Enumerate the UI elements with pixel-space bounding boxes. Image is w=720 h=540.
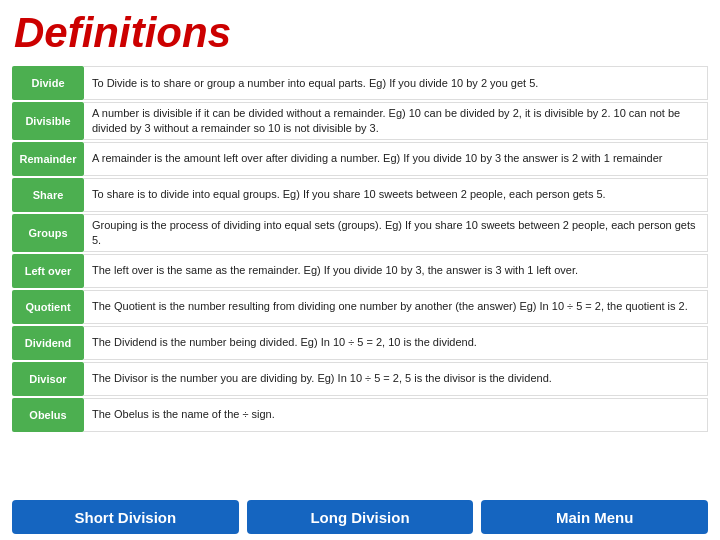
- definition-row: RemainderA remainder is the amount left …: [12, 142, 708, 176]
- definition-text: The Dividend is the number being divided…: [84, 326, 708, 360]
- definition-term: Remainder: [12, 142, 84, 176]
- definition-term: Share: [12, 178, 84, 212]
- definition-text: Grouping is the process of dividing into…: [84, 214, 708, 252]
- definition-term: Obelus: [12, 398, 84, 432]
- definition-term: Divide: [12, 66, 84, 100]
- footer: Short DivisionLong DivisionMain Menu: [0, 496, 720, 540]
- definition-term: Divisor: [12, 362, 84, 396]
- definition-term: Left over: [12, 254, 84, 288]
- main-menu-button[interactable]: Main Menu: [481, 500, 708, 534]
- definition-row: QuotientThe Quotient is the number resul…: [12, 290, 708, 324]
- definition-text: A number is divisible if it can be divid…: [84, 102, 708, 140]
- definition-row: DivisibleA number is divisible if it can…: [12, 102, 708, 140]
- long-division-button[interactable]: Long Division: [247, 500, 474, 534]
- definition-row: ObelusThe Obelus is the name of the ÷ si…: [12, 398, 708, 432]
- definition-term: Divisible: [12, 102, 84, 140]
- definition-row: DivideTo Divide is to share or group a n…: [12, 66, 708, 100]
- page-container: Definitions DivideTo Divide is to share …: [0, 0, 720, 540]
- definition-term: Groups: [12, 214, 84, 252]
- definition-row: Left overThe left over is the same as th…: [12, 254, 708, 288]
- short-division-button[interactable]: Short Division: [12, 500, 239, 534]
- definition-text: The Divisor is the number you are dividi…: [84, 362, 708, 396]
- definitions-area: DivideTo Divide is to share or group a n…: [0, 62, 720, 496]
- definition-text: The left over is the same as the remaind…: [84, 254, 708, 288]
- definition-row: DividendThe Dividend is the number being…: [12, 326, 708, 360]
- header: Definitions: [0, 0, 720, 62]
- definition-row: GroupsGrouping is the process of dividin…: [12, 214, 708, 252]
- definition-term: Dividend: [12, 326, 84, 360]
- definition-row: ShareTo share is to divide into equal gr…: [12, 178, 708, 212]
- definition-text: To share is to divide into equal groups.…: [84, 178, 708, 212]
- definition-text: To Divide is to share or group a number …: [84, 66, 708, 100]
- definition-text: A remainder is the amount left over afte…: [84, 142, 708, 176]
- definition-row: DivisorThe Divisor is the number you are…: [12, 362, 708, 396]
- definition-text: The Quotient is the number resulting fro…: [84, 290, 708, 324]
- page-title: Definitions: [14, 10, 706, 56]
- definition-term: Quotient: [12, 290, 84, 324]
- definition-text: The Obelus is the name of the ÷ sign.: [84, 398, 708, 432]
